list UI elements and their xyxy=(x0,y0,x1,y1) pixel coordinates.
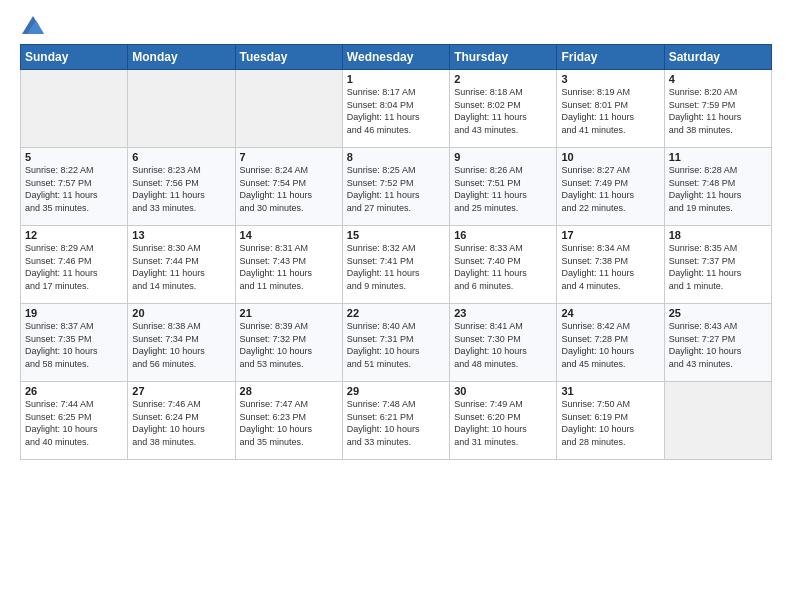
empty-cell xyxy=(128,70,235,148)
day-info: Sunrise: 8:18 AM Sunset: 8:02 PM Dayligh… xyxy=(454,86,552,136)
day-info: Sunrise: 8:32 AM Sunset: 7:41 PM Dayligh… xyxy=(347,242,445,292)
day-info: Sunrise: 8:28 AM Sunset: 7:48 PM Dayligh… xyxy=(669,164,767,214)
day-number: 17 xyxy=(561,229,659,241)
day-info: Sunrise: 8:38 AM Sunset: 7:34 PM Dayligh… xyxy=(132,320,230,370)
calendar-table: SundayMondayTuesdayWednesdayThursdayFrid… xyxy=(20,44,772,460)
day-cell-25: 25Sunrise: 8:43 AM Sunset: 7:27 PM Dayli… xyxy=(664,304,771,382)
empty-cell xyxy=(664,382,771,460)
day-number: 15 xyxy=(347,229,445,241)
empty-cell xyxy=(235,70,342,148)
weekday-header-wednesday: Wednesday xyxy=(342,45,449,70)
day-info: Sunrise: 8:33 AM Sunset: 7:40 PM Dayligh… xyxy=(454,242,552,292)
day-cell-27: 27Sunrise: 7:46 AM Sunset: 6:24 PM Dayli… xyxy=(128,382,235,460)
day-number: 11 xyxy=(669,151,767,163)
day-number: 16 xyxy=(454,229,552,241)
day-info: Sunrise: 7:46 AM Sunset: 6:24 PM Dayligh… xyxy=(132,398,230,448)
day-number: 20 xyxy=(132,307,230,319)
weekday-header-friday: Friday xyxy=(557,45,664,70)
day-info: Sunrise: 8:23 AM Sunset: 7:56 PM Dayligh… xyxy=(132,164,230,214)
logo-icon xyxy=(22,16,44,34)
day-number: 6 xyxy=(132,151,230,163)
weekday-header-monday: Monday xyxy=(128,45,235,70)
day-number: 31 xyxy=(561,385,659,397)
day-info: Sunrise: 8:26 AM Sunset: 7:51 PM Dayligh… xyxy=(454,164,552,214)
day-number: 26 xyxy=(25,385,123,397)
day-cell-24: 24Sunrise: 8:42 AM Sunset: 7:28 PM Dayli… xyxy=(557,304,664,382)
weekday-header-tuesday: Tuesday xyxy=(235,45,342,70)
day-info: Sunrise: 8:19 AM Sunset: 8:01 PM Dayligh… xyxy=(561,86,659,136)
day-cell-13: 13Sunrise: 8:30 AM Sunset: 7:44 PM Dayli… xyxy=(128,226,235,304)
day-number: 8 xyxy=(347,151,445,163)
day-info: Sunrise: 7:49 AM Sunset: 6:20 PM Dayligh… xyxy=(454,398,552,448)
day-cell-22: 22Sunrise: 8:40 AM Sunset: 7:31 PM Dayli… xyxy=(342,304,449,382)
day-number: 12 xyxy=(25,229,123,241)
weekday-header-saturday: Saturday xyxy=(664,45,771,70)
day-cell-23: 23Sunrise: 8:41 AM Sunset: 7:30 PM Dayli… xyxy=(450,304,557,382)
day-number: 1 xyxy=(347,73,445,85)
day-cell-30: 30Sunrise: 7:49 AM Sunset: 6:20 PM Dayli… xyxy=(450,382,557,460)
day-info: Sunrise: 7:47 AM Sunset: 6:23 PM Dayligh… xyxy=(240,398,338,448)
day-info: Sunrise: 8:30 AM Sunset: 7:44 PM Dayligh… xyxy=(132,242,230,292)
day-cell-10: 10Sunrise: 8:27 AM Sunset: 7:49 PM Dayli… xyxy=(557,148,664,226)
day-cell-2: 2Sunrise: 8:18 AM Sunset: 8:02 PM Daylig… xyxy=(450,70,557,148)
day-number: 30 xyxy=(454,385,552,397)
day-cell-8: 8Sunrise: 8:25 AM Sunset: 7:52 PM Daylig… xyxy=(342,148,449,226)
day-cell-11: 11Sunrise: 8:28 AM Sunset: 7:48 PM Dayli… xyxy=(664,148,771,226)
day-info: Sunrise: 8:39 AM Sunset: 7:32 PM Dayligh… xyxy=(240,320,338,370)
day-info: Sunrise: 8:31 AM Sunset: 7:43 PM Dayligh… xyxy=(240,242,338,292)
day-info: Sunrise: 8:41 AM Sunset: 7:30 PM Dayligh… xyxy=(454,320,552,370)
day-number: 21 xyxy=(240,307,338,319)
day-number: 24 xyxy=(561,307,659,319)
day-cell-17: 17Sunrise: 8:34 AM Sunset: 7:38 PM Dayli… xyxy=(557,226,664,304)
empty-cell xyxy=(21,70,128,148)
day-cell-6: 6Sunrise: 8:23 AM Sunset: 7:56 PM Daylig… xyxy=(128,148,235,226)
day-info: Sunrise: 8:25 AM Sunset: 7:52 PM Dayligh… xyxy=(347,164,445,214)
day-cell-15: 15Sunrise: 8:32 AM Sunset: 7:41 PM Dayli… xyxy=(342,226,449,304)
day-info: Sunrise: 8:24 AM Sunset: 7:54 PM Dayligh… xyxy=(240,164,338,214)
day-cell-4: 4Sunrise: 8:20 AM Sunset: 7:59 PM Daylig… xyxy=(664,70,771,148)
day-number: 27 xyxy=(132,385,230,397)
day-cell-12: 12Sunrise: 8:29 AM Sunset: 7:46 PM Dayli… xyxy=(21,226,128,304)
day-info: Sunrise: 7:50 AM Sunset: 6:19 PM Dayligh… xyxy=(561,398,659,448)
day-number: 28 xyxy=(240,385,338,397)
day-number: 19 xyxy=(25,307,123,319)
weekday-header-row: SundayMondayTuesdayWednesdayThursdayFrid… xyxy=(21,45,772,70)
day-cell-28: 28Sunrise: 7:47 AM Sunset: 6:23 PM Dayli… xyxy=(235,382,342,460)
day-cell-20: 20Sunrise: 8:38 AM Sunset: 7:34 PM Dayli… xyxy=(128,304,235,382)
week-row-1: 1Sunrise: 8:17 AM Sunset: 8:04 PM Daylig… xyxy=(21,70,772,148)
day-number: 22 xyxy=(347,307,445,319)
day-number: 7 xyxy=(240,151,338,163)
day-cell-5: 5Sunrise: 8:22 AM Sunset: 7:57 PM Daylig… xyxy=(21,148,128,226)
day-info: Sunrise: 8:35 AM Sunset: 7:37 PM Dayligh… xyxy=(669,242,767,292)
day-number: 29 xyxy=(347,385,445,397)
day-info: Sunrise: 8:37 AM Sunset: 7:35 PM Dayligh… xyxy=(25,320,123,370)
day-number: 5 xyxy=(25,151,123,163)
day-number: 9 xyxy=(454,151,552,163)
day-number: 14 xyxy=(240,229,338,241)
day-number: 10 xyxy=(561,151,659,163)
day-info: Sunrise: 8:27 AM Sunset: 7:49 PM Dayligh… xyxy=(561,164,659,214)
day-info: Sunrise: 8:17 AM Sunset: 8:04 PM Dayligh… xyxy=(347,86,445,136)
day-cell-14: 14Sunrise: 8:31 AM Sunset: 7:43 PM Dayli… xyxy=(235,226,342,304)
day-cell-18: 18Sunrise: 8:35 AM Sunset: 7:37 PM Dayli… xyxy=(664,226,771,304)
day-info: Sunrise: 8:43 AM Sunset: 7:27 PM Dayligh… xyxy=(669,320,767,370)
day-number: 3 xyxy=(561,73,659,85)
day-cell-26: 26Sunrise: 7:44 AM Sunset: 6:25 PM Dayli… xyxy=(21,382,128,460)
day-info: Sunrise: 8:22 AM Sunset: 7:57 PM Dayligh… xyxy=(25,164,123,214)
day-number: 2 xyxy=(454,73,552,85)
day-info: Sunrise: 8:20 AM Sunset: 7:59 PM Dayligh… xyxy=(669,86,767,136)
day-number: 18 xyxy=(669,229,767,241)
day-cell-3: 3Sunrise: 8:19 AM Sunset: 8:01 PM Daylig… xyxy=(557,70,664,148)
day-cell-21: 21Sunrise: 8:39 AM Sunset: 7:32 PM Dayli… xyxy=(235,304,342,382)
day-cell-9: 9Sunrise: 8:26 AM Sunset: 7:51 PM Daylig… xyxy=(450,148,557,226)
week-row-5: 26Sunrise: 7:44 AM Sunset: 6:25 PM Dayli… xyxy=(21,382,772,460)
header xyxy=(20,16,772,34)
page: SundayMondayTuesdayWednesdayThursdayFrid… xyxy=(0,0,792,612)
day-info: Sunrise: 8:42 AM Sunset: 7:28 PM Dayligh… xyxy=(561,320,659,370)
day-info: Sunrise: 8:29 AM Sunset: 7:46 PM Dayligh… xyxy=(25,242,123,292)
day-number: 25 xyxy=(669,307,767,319)
weekday-header-thursday: Thursday xyxy=(450,45,557,70)
day-cell-16: 16Sunrise: 8:33 AM Sunset: 7:40 PM Dayli… xyxy=(450,226,557,304)
day-info: Sunrise: 8:34 AM Sunset: 7:38 PM Dayligh… xyxy=(561,242,659,292)
day-cell-31: 31Sunrise: 7:50 AM Sunset: 6:19 PM Dayli… xyxy=(557,382,664,460)
